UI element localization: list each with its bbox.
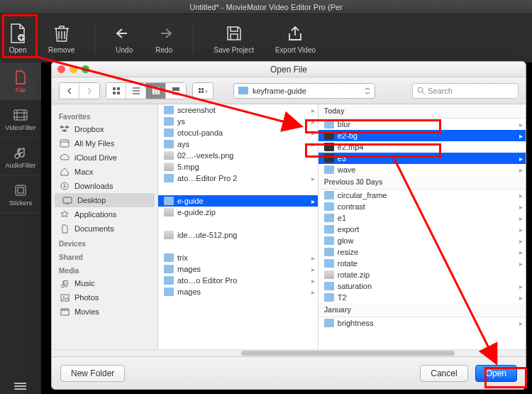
list-item[interactable]: ys▸ [158, 116, 318, 127]
remove-button[interactable]: Remove [44, 21, 79, 57]
list-item[interactable]: screenshot▸ [158, 104, 318, 116]
list-item[interactable]: e-guide.zip [158, 207, 318, 218]
view-list-mode[interactable] [126, 83, 146, 99]
svg-rect-3 [18, 187, 23, 193]
stickers-icon [0, 182, 41, 198]
minimize-window-icon[interactable] [70, 65, 77, 73]
export-video-button[interactable]: Export Video [271, 21, 320, 57]
sidebar-item-photos[interactable]: Photos [52, 290, 157, 305]
list-item-selected[interactable]: e3▸ [318, 153, 526, 164]
list-item[interactable]: ato…o Editor Pro▸ [158, 275, 318, 286]
list-item[interactable]: otocut-panda▸ [158, 127, 318, 138]
tab-file[interactable]: File [0, 62, 41, 100]
bottom-menu-button[interactable] [0, 378, 41, 394]
sidebar-column: Favorites Dropbox All My Files iCloud Dr… [52, 104, 158, 349]
arrange-button[interactable] [193, 83, 213, 99]
group-header-january: January [318, 303, 526, 317]
svg-point-24 [63, 296, 65, 297]
list-item[interactable]: 5.mpg [158, 161, 318, 173]
nav-back-button[interactable] [60, 83, 79, 99]
folder-icon [238, 87, 248, 94]
list-item[interactable]: ato…Editor Pro 2▸ [158, 173, 318, 184]
horizontal-scrollbar[interactable] [52, 349, 526, 356]
new-folder-button[interactable]: New Folder [60, 365, 125, 382]
svg-rect-1 [14, 110, 27, 120]
list-item[interactable]: wave▸ [318, 164, 526, 175]
toolbar-separator [193, 22, 194, 55]
svg-rect-16 [201, 88, 204, 90]
nav-forward-button[interactable] [79, 83, 99, 99]
list-item[interactable]: blur▸ [318, 119, 526, 130]
nav-back-forward[interactable] [59, 82, 100, 99]
list-item[interactable]: saturation▸ [318, 280, 526, 292]
list-item[interactable]: rotate.zip [318, 269, 526, 280]
folder-icon [324, 214, 334, 222]
arrange-segment[interactable] [192, 82, 214, 99]
view-coverflow-mode[interactable] [166, 83, 186, 99]
redo-button[interactable]: Redo [150, 21, 177, 57]
view-column-mode[interactable] [146, 83, 166, 99]
list-item[interactable]: rotate▸ [318, 258, 526, 269]
tab-audio-filter[interactable]: AudioFilter [0, 138, 41, 175]
svg-rect-11 [153, 87, 155, 94]
dialog-body: Favorites Dropbox All My Files iCloud Dr… [52, 104, 526, 349]
sidebar-item-desktop[interactable]: Desktop [55, 193, 155, 207]
list-item[interactable]: export▸ [318, 224, 526, 235]
window-controls[interactable] [57, 65, 89, 73]
open-button[interactable]: Open [4, 21, 31, 57]
list-item[interactable]: e2.mp4 [318, 141, 526, 153]
sidebar-item-icloud[interactable]: iCloud Drive [52, 151, 157, 165]
list-item[interactable]: ays▸ [158, 138, 318, 150]
sidebar-item-documents[interactable]: Documents [52, 221, 157, 236]
path-dropdown[interactable]: keyframe-guide [233, 83, 375, 99]
list-item-selected[interactable]: e2-bg▸ [318, 130, 526, 141]
zoom-window-icon[interactable] [82, 65, 89, 73]
sidebar-heading-devices: Devices [52, 236, 157, 249]
view-icon-mode[interactable] [106, 83, 126, 99]
list-item[interactable]: brightness▸ [318, 317, 526, 329]
app-title-bar: Untitled* - MovieMator Video Editor Pro … [0, 0, 532, 14]
svg-rect-22 [63, 197, 72, 203]
list-item[interactable]: mages▸ [158, 263, 318, 275]
sidebar-item-dropbox[interactable]: Dropbox [52, 122, 157, 136]
sidebar-item-all-my-files[interactable]: All My Files [52, 136, 157, 151]
list-item[interactable]: contrast▸ [318, 201, 526, 212]
search-placeholder: Search [428, 87, 453, 95]
search-icon [417, 87, 425, 94]
remove-label: Remove [48, 46, 74, 54]
list-item[interactable] [158, 184, 318, 195]
list-item[interactable]: 02…-vexels.png [158, 150, 318, 161]
browser-column-1[interactable]: screenshot▸ ys▸ otocut-panda▸ ays▸ 02…-v… [158, 104, 318, 349]
scrollbar-thumb[interactable] [241, 351, 455, 356]
sidebar-item-macx[interactable]: Macx [52, 165, 157, 179]
list-item[interactable] [158, 218, 318, 229]
save-project-button[interactable]: Save Project [209, 21, 258, 57]
tab-video-filter[interactable]: VideoFilter [0, 100, 41, 138]
undo-button[interactable]: Undo [111, 21, 138, 57]
sidebar-item-movies[interactable]: Movies [52, 305, 157, 319]
sidebar-item-applications[interactable]: Applications [52, 207, 157, 221]
list-item[interactable]: resize▸ [318, 246, 526, 258]
sidebar-item-downloads[interactable]: Downloads [52, 179, 157, 193]
search-field[interactable]: Search [412, 83, 519, 99]
list-item[interactable]: T2▸ [318, 292, 526, 303]
tab-stickers[interactable]: Stickers [0, 175, 41, 213]
open-file-dialog: Open File keyframe-guide Search [51, 61, 526, 390]
cancel-button[interactable]: Cancel [420, 365, 467, 382]
list-item[interactable]: glow▸ [318, 235, 526, 246]
list-item[interactable]: mages▸ [158, 286, 318, 297]
view-mode-segment[interactable] [106, 82, 187, 99]
browser-column-2[interactable]: Today blur▸ e2-bg▸ e2.mp4 e3▸ wave▸ Prev… [318, 104, 526, 349]
folder-icon [164, 197, 174, 205]
list-item-selected[interactable]: e-guide▸ [158, 195, 318, 207]
list-item[interactable]: circular_frame▸ [318, 190, 526, 201]
sidebar-heading-media: Media [52, 263, 157, 276]
list-item[interactable]: ide…ute-512.png [158, 229, 318, 241]
music-icon [59, 278, 70, 288]
list-item[interactable]: e1▸ [318, 212, 526, 224]
list-item[interactable]: trix▸ [158, 252, 318, 263]
close-window-icon[interactable] [57, 65, 65, 73]
list-item[interactable] [158, 241, 318, 252]
open-confirm-button[interactable]: Open [475, 365, 517, 382]
sidebar-item-music[interactable]: Music [52, 276, 157, 290]
